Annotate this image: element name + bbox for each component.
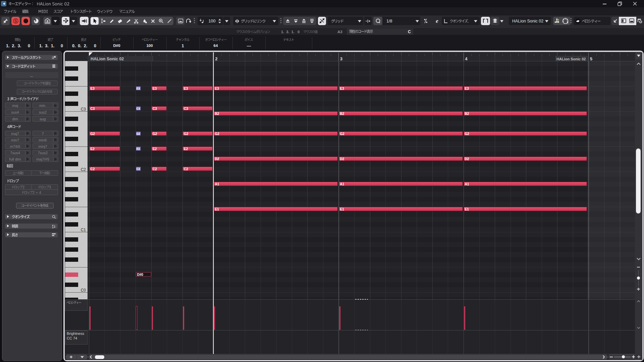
svg-text:S: S	[14, 19, 17, 23]
svg-text:e: e	[436, 18, 438, 24]
